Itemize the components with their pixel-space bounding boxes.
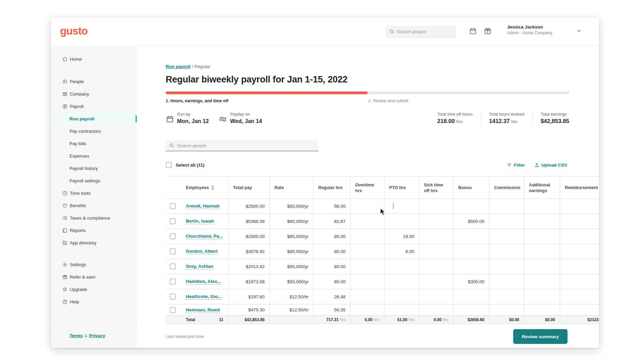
cell-sick-hrs[interactable] [419, 214, 453, 229]
sidebar-item-app-directory[interactable]: App directory [51, 237, 137, 249]
cell-regular-hrs[interactable]: 56.00 [313, 199, 350, 214]
table-search[interactable] [166, 140, 318, 151]
cell-overtime-hrs[interactable] [350, 244, 384, 259]
cell-pto-hrs[interactable] [384, 274, 419, 289]
breadcrumb-run-payroll-link[interactable]: Run payroll [166, 64, 191, 69]
cell-commission[interactable] [489, 289, 524, 304]
row-checkbox[interactable] [170, 263, 176, 269]
sidebar-item-upgrade[interactable]: Upgrade [51, 283, 137, 296]
sidebar-item-payroll-settings[interactable]: Payroll settings [51, 175, 137, 187]
select-all-checkbox[interactable] [166, 162, 172, 168]
cell-reimbursement[interactable] [560, 304, 599, 315]
cell-overtime-hrs[interactable] [350, 259, 384, 274]
cell-commission[interactable] [489, 199, 524, 214]
privacy-link[interactable]: Privacy [89, 333, 105, 338]
row-checkbox[interactable] [170, 218, 176, 224]
cell-additional[interactable] [524, 229, 560, 244]
cell-bonus[interactable] [453, 289, 489, 304]
review-summary-button[interactable]: Review summary [513, 329, 568, 344]
sidebar-item-payroll[interactable]: Payroll [51, 100, 137, 113]
chevron-down-icon[interactable] [576, 28, 582, 34]
cell-regular-hrs[interactable]: 26.48 [313, 289, 350, 304]
sidebar-item-payroll-history[interactable]: Payroll history [51, 162, 137, 175]
cell-reimbursement[interactable] [560, 199, 599, 214]
cell-reimbursement[interactable] [560, 259, 599, 274]
cell-additional[interactable] [524, 304, 560, 315]
cell-reimbursement[interactable] [560, 214, 599, 229]
sidebar-item-reports[interactable]: Reports [51, 224, 137, 237]
sort-icon[interactable] [211, 185, 214, 190]
cell-additional[interactable] [524, 289, 560, 304]
row-checkbox[interactable] [170, 294, 176, 300]
cell-overtime-hrs[interactable] [350, 214, 384, 229]
sidebar-item-taxes[interactable]: Taxes & compliance [51, 212, 137, 224]
cell-sick-hrs[interactable] [419, 244, 453, 259]
cell-commission[interactable] [489, 229, 524, 244]
employee-link[interactable]: Grey, Ashlan [186, 263, 213, 269]
cell-additional[interactable] [524, 244, 560, 259]
cell-pto-hrs-focused[interactable] [384, 199, 419, 214]
cell-sick-hrs[interactable] [419, 304, 453, 315]
sidebar-item-time-tools[interactable]: Time tools [51, 187, 137, 199]
cell-overtime-hrs[interactable] [350, 229, 384, 244]
employee-link[interactable]: Hamilton, Alex... [186, 279, 221, 285]
cell-reimbursement[interactable] [560, 289, 599, 304]
cell-sick-hrs[interactable] [419, 274, 453, 289]
cell-overtime-hrs[interactable] [350, 199, 384, 214]
cell-additional[interactable] [524, 259, 560, 274]
row-checkbox[interactable] [170, 233, 176, 239]
cell-overtime-hrs[interactable] [350, 289, 384, 304]
cell-regular-hrs[interactable]: 80.00 [313, 259, 350, 274]
cell-bonus[interactable]: $300.00 [453, 274, 489, 289]
sidebar-item-company[interactable]: Company [51, 88, 137, 100]
cell-pto-hrs[interactable] [384, 214, 419, 229]
employee-link[interactable]: Heathcote, Gio... [186, 294, 222, 300]
row-checkbox[interactable] [170, 307, 176, 313]
cell-sick-hrs[interactable] [419, 259, 453, 274]
sidebar-item-people[interactable]: People [51, 75, 137, 88]
sidebar-item-expenses[interactable]: Expenses [51, 150, 137, 162]
cell-bonus[interactable] [453, 259, 489, 274]
filter-button[interactable]: Filter [507, 163, 525, 168]
sidebar-item-run-payroll[interactable]: Run payroll [51, 113, 137, 125]
sidebar-item-help[interactable]: Help [51, 296, 137, 308]
calendar-icon[interactable] [469, 27, 477, 35]
cell-commission[interactable] [489, 214, 524, 229]
gift-icon[interactable] [484, 27, 492, 35]
cell-sick-hrs[interactable] [419, 199, 453, 214]
cell-sick-hrs[interactable] [419, 229, 453, 244]
upload-csv-button[interactable]: Upload CSV [534, 163, 567, 168]
row-checkbox[interactable] [170, 203, 176, 209]
cell-pto-hrs[interactable] [384, 259, 419, 274]
terms-link[interactable]: Terms [69, 333, 83, 338]
header-search-input[interactable] [397, 29, 453, 34]
cell-bonus[interactable] [453, 244, 489, 259]
cell-additional[interactable] [524, 214, 560, 229]
cell-commission[interactable] [489, 304, 524, 315]
employee-link[interactable]: Churchland, Pa... [186, 233, 223, 239]
cell-reimbursement[interactable] [560, 274, 599, 289]
cell-pto-hrs[interactable] [384, 304, 419, 315]
cell-pto-hrs[interactable]: 8.00 [384, 244, 419, 259]
cell-bonus[interactable] [453, 304, 489, 315]
employee-link[interactable]: Berlin, Isaiah [186, 218, 214, 224]
header-search[interactable] [386, 26, 456, 38]
user-menu[interactable]: Jessica Jackson Admin · Acme Company [507, 24, 552, 36]
cell-reimbursement[interactable] [560, 244, 599, 259]
employee-link[interactable]: Arendt, Hannah [186, 203, 220, 209]
cell-pto-hrs[interactable]: 19.00 [384, 229, 419, 244]
cell-pto-hrs[interactable] [384, 289, 419, 304]
sidebar-item-pay-bills[interactable]: Pay bills [51, 137, 137, 150]
sidebar-item-benefits[interactable]: Benefits [51, 199, 137, 212]
cell-commission[interactable] [489, 274, 524, 289]
cell-reimbursement[interactable] [560, 229, 599, 244]
cell-bonus[interactable] [453, 199, 489, 214]
cell-regular-hrs[interactable]: 50.35 [313, 304, 350, 315]
row-checkbox[interactable] [170, 248, 176, 254]
cell-regular-hrs[interactable]: 80.00 [313, 274, 350, 289]
column-header-employees[interactable]: Employees [181, 177, 228, 198]
cell-regular-hrs[interactable]: 80.00 [313, 244, 350, 259]
cell-sick-hrs[interactable] [419, 289, 453, 304]
table-search-input[interactable] [177, 143, 315, 148]
cell-bonus[interactable]: $500.00 [453, 214, 489, 229]
